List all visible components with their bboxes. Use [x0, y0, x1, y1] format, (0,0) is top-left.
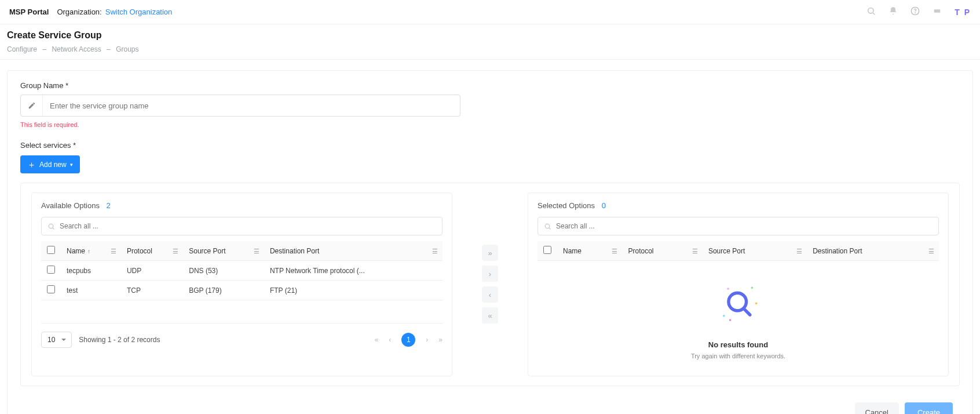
- breadcrumb: Configure – Network Access – Groups: [0, 43, 980, 60]
- magnifier-illustration-icon: [712, 278, 765, 331]
- cancel-button[interactable]: Cancel: [855, 402, 899, 414]
- col-source-port[interactable]: Source Port: [708, 247, 745, 255]
- services-label: Select services *: [20, 141, 960, 150]
- available-count: 2: [107, 201, 111, 210]
- selected-table: Name☰ Protocol☰ Source Port☰ Destination…: [537, 241, 939, 261]
- dual-list-container: Available Options 2 Name↑☰ Protocol☰ Sou…: [20, 183, 960, 386]
- svg-point-7: [545, 224, 550, 228]
- move-all-left-button[interactable]: «: [482, 307, 498, 324]
- sort-asc-icon: ↑: [87, 248, 90, 255]
- breadcrumb-item[interactable]: Configure: [7, 45, 37, 53]
- svg-point-12: [723, 315, 725, 317]
- col-dest-port[interactable]: Destination Port: [270, 247, 319, 255]
- svg-line-15: [744, 308, 750, 315]
- move-all-right-button[interactable]: »: [482, 245, 498, 261]
- svg-point-3: [915, 13, 916, 13]
- row-checkbox[interactable]: [47, 266, 55, 274]
- pagination: 10 Showing 1 - 2 of 2 records « ‹ 1 › »: [41, 332, 443, 348]
- empty-subtitle: Try again with different keywords.: [537, 353, 939, 359]
- page-title: Create Service Group: [7, 30, 973, 41]
- move-left-button[interactable]: ‹: [482, 286, 498, 303]
- svg-point-5: [49, 224, 53, 228]
- column-menu-icon[interactable]: ☰: [692, 247, 698, 255]
- svg-line-1: [873, 13, 875, 14]
- col-source-port[interactable]: Source Port: [189, 247, 225, 255]
- svg-rect-4: [934, 9, 941, 12]
- organization-label: Organization:: [57, 8, 101, 16]
- select-all-checkbox[interactable]: [543, 246, 551, 254]
- svg-point-11: [755, 302, 757, 304]
- group-name-error: This field is required.: [20, 121, 960, 128]
- column-menu-icon[interactable]: ☰: [173, 247, 178, 255]
- page-next-icon[interactable]: ›: [426, 336, 428, 344]
- select-all-checkbox[interactable]: [47, 246, 55, 254]
- selected-panel: Selected Options 0 Name☰ Protocol☰ Sourc…: [528, 193, 949, 376]
- col-protocol[interactable]: Protocol: [127, 247, 152, 255]
- search-icon: [47, 223, 55, 230]
- svg-line-8: [549, 228, 550, 229]
- page-header: Create Service Group: [0, 24, 980, 43]
- expand-icon[interactable]: [933, 6, 942, 17]
- page-first-icon[interactable]: «: [375, 336, 379, 344]
- bell-icon[interactable]: [888, 6, 898, 17]
- page-current[interactable]: 1: [401, 333, 415, 347]
- col-name[interactable]: Name: [67, 247, 85, 255]
- svg-point-10: [751, 286, 753, 289]
- col-name[interactable]: Name: [563, 247, 582, 255]
- column-menu-icon[interactable]: ☰: [796, 247, 802, 255]
- col-protocol[interactable]: Protocol: [628, 247, 653, 255]
- group-name-label: Group Name *: [20, 81, 960, 90]
- table-row[interactable]: test TCP BGP (179) FTP (21): [41, 281, 443, 300]
- help-icon[interactable]: [910, 6, 920, 17]
- col-dest-port[interactable]: Destination Port: [813, 247, 862, 255]
- plus-icon: ＋: [27, 160, 36, 169]
- available-panel: Available Options 2 Name↑☰ Protocol☰ Sou…: [31, 193, 452, 376]
- svg-point-0: [868, 8, 873, 13]
- create-button[interactable]: Create: [905, 402, 953, 414]
- form-actions: Cancel Create: [20, 386, 960, 414]
- column-menu-icon[interactable]: ☰: [928, 247, 934, 255]
- user-avatar[interactable]: T P: [955, 8, 971, 17]
- empty-state: No results found Try again with differen…: [537, 261, 939, 365]
- add-new-button[interactable]: ＋ Add new ▾: [20, 155, 80, 173]
- column-menu-icon[interactable]: ☰: [432, 247, 438, 255]
- form-card: Group Name * This field is required. Sel…: [7, 70, 973, 414]
- pager-info: Showing 1 - 2 of 2 records: [79, 336, 160, 344]
- empty-title: No results found: [537, 340, 939, 349]
- breadcrumb-item[interactable]: Network Access: [52, 45, 101, 53]
- move-right-button[interactable]: ›: [482, 266, 498, 282]
- column-menu-icon[interactable]: ☰: [111, 247, 116, 255]
- page-last-icon[interactable]: »: [438, 336, 443, 344]
- available-search[interactable]: [41, 217, 443, 235]
- edit-icon: [21, 95, 43, 116]
- available-table: Name↑☰ Protocol☰ Source Port☰ Destinatio…: [41, 241, 443, 324]
- column-menu-icon[interactable]: ☰: [612, 247, 617, 255]
- available-title: Available Options: [41, 201, 100, 210]
- caret-down-icon: ▾: [70, 162, 73, 168]
- available-search-input[interactable]: [60, 222, 436, 230]
- svg-point-13: [729, 319, 731, 321]
- search-icon: [544, 223, 551, 230]
- table-row[interactable]: tecpubs UDP DNS (53) NTP Network Time pr…: [41, 261, 443, 281]
- search-icon[interactable]: [866, 6, 876, 17]
- selected-count: 0: [602, 201, 606, 210]
- selected-title: Selected Options: [537, 201, 595, 210]
- group-name-input-wrap: [20, 95, 460, 117]
- column-menu-icon[interactable]: ☰: [254, 247, 259, 255]
- brand-label: MSP Portal: [9, 8, 49, 16]
- top-bar: MSP Portal Organization: Switch Organiza…: [0, 0, 980, 24]
- page-size-select[interactable]: 10: [41, 332, 72, 348]
- svg-line-6: [53, 228, 54, 229]
- page-prev-icon[interactable]: ‹: [389, 336, 391, 344]
- transfer-controls: » › ‹ «: [452, 193, 528, 376]
- selected-search-input[interactable]: [556, 222, 933, 230]
- row-checkbox[interactable]: [47, 285, 55, 293]
- selected-search[interactable]: [537, 217, 939, 235]
- svg-point-9: [727, 288, 729, 290]
- group-name-input[interactable]: [43, 101, 460, 110]
- switch-organization-link[interactable]: Switch Organization: [105, 8, 173, 16]
- breadcrumb-item[interactable]: Groups: [116, 45, 138, 53]
